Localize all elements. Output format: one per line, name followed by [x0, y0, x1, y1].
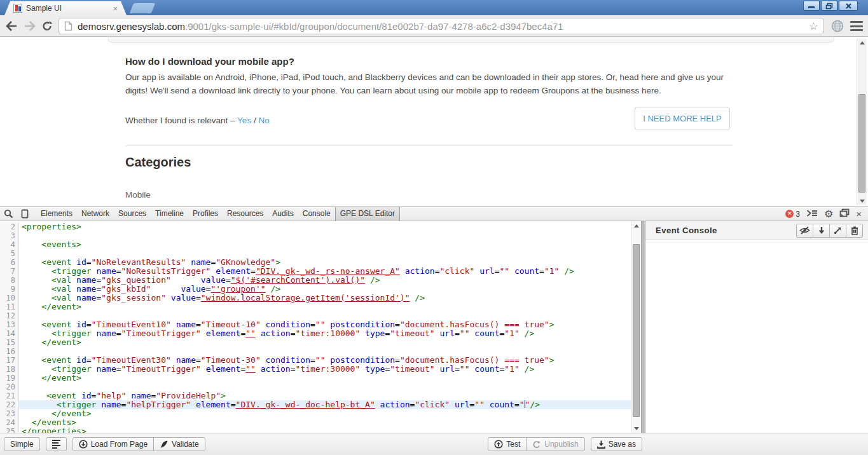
validate-button[interactable]: Validate	[153, 437, 205, 451]
line-number: 21	[0, 391, 19, 400]
outline-button[interactable]	[46, 437, 67, 451]
code-line-24[interactable]: 24 </events>	[0, 418, 631, 427]
code-line-9[interactable]: 9 <val name="gks_kbId" value="'groupon'"…	[0, 285, 631, 294]
relevance-prompt: Whether I found is relevant –	[125, 116, 237, 125]
code-line-10[interactable]: 10 <val name="gks_session" value="window…	[0, 294, 631, 302]
devtools-tab-console[interactable]: Console	[298, 207, 335, 221]
simple-button[interactable]: Simple	[4, 437, 40, 451]
validate-label: Validate	[172, 440, 198, 449]
minimize-icon	[808, 3, 815, 9]
yes-link[interactable]: Yes	[237, 116, 251, 125]
forward-button[interactable]	[22, 19, 37, 33]
devtools-tab-audits[interactable]: Audits	[268, 207, 298, 221]
page-icon	[64, 21, 72, 31]
forward-icon	[24, 21, 36, 31]
question-title: How do I download your mobile app?	[125, 56, 294, 67]
page-scrollbar-thumb[interactable]	[858, 94, 865, 193]
globe-icon[interactable]	[831, 20, 844, 35]
code-line-2[interactable]: 2<properties>	[0, 222, 631, 231]
code-line-12[interactable]: 12	[0, 311, 631, 320]
category-mobile[interactable]: Mobile	[125, 190, 151, 200]
back-button[interactable]	[4, 19, 19, 33]
editor-scrollbar[interactable]	[631, 221, 641, 433]
event-picker-button[interactable]	[829, 224, 846, 238]
save-as-button[interactable]: Save as	[591, 437, 642, 451]
reload-button[interactable]	[39, 19, 55, 33]
code-line-content: </events>	[19, 418, 631, 427]
dock-side-button[interactable]	[839, 208, 850, 220]
code-line-7[interactable]: 7 <trigger name="NoResultsTrigger" eleme…	[0, 267, 631, 276]
code-line-3[interactable]: 3	[0, 231, 631, 240]
code-line-8[interactable]: 8 <val name="gks_question" value="$('#se…	[0, 276, 631, 285]
error-badge[interactable]: ✕ 3	[785, 210, 800, 219]
browser-tab[interactable]: Sample UI ×	[4, 1, 127, 15]
devtools-tab-network[interactable]: Network	[77, 207, 114, 221]
no-link[interactable]: No	[258, 116, 269, 125]
maximize-button[interactable]	[821, 1, 837, 11]
line-number: 7	[0, 267, 19, 276]
devtools-tab-timeline[interactable]: Timeline	[151, 207, 188, 221]
code-line-content: <events>	[19, 240, 631, 249]
need-more-help-button[interactable]: I NEED MORE HELP	[635, 107, 730, 130]
devtools-panel: ElementsNetworkSourcesTimelineProfilesRe…	[0, 207, 868, 455]
editor-scroll-down-button[interactable]	[631, 424, 641, 433]
devtools-tab-elements[interactable]: Elements	[36, 207, 77, 221]
tab-close-icon[interactable]: ×	[113, 4, 118, 13]
load-from-page-button[interactable]: Load From Page	[72, 437, 154, 451]
menu-button[interactable]	[850, 21, 863, 31]
load-icon	[79, 440, 88, 449]
code-line-content	[19, 311, 631, 320]
code-line-16[interactable]: 16	[0, 347, 631, 356]
code-line-20[interactable]: 20	[0, 383, 631, 391]
editor-scroll-up-button[interactable]	[631, 221, 641, 230]
devtools-tab-sources[interactable]: Sources	[114, 207, 151, 221]
code-line-25[interactable]: 25</properties>	[0, 427, 631, 433]
close-button[interactable]	[839, 1, 858, 11]
code-line-17[interactable]: 17 <event id="TimeoutEvent30" name="Time…	[0, 356, 631, 365]
devtools-tab-resources[interactable]: Resources	[223, 207, 268, 221]
save-icon	[597, 440, 605, 449]
code-line-4[interactable]: 4 <events>	[0, 240, 631, 249]
page-scrollbar[interactable]	[857, 38, 867, 205]
code-line-21[interactable]: 21 <event id="help" name="ProvideHelp">	[0, 391, 631, 400]
code-line-6[interactable]: 6 <event id="NoRelevantResults" name="GK…	[0, 258, 631, 267]
test-button[interactable]: Test	[488, 437, 527, 451]
address-bar[interactable]: demosrv.genesyslab.com:9001/gks-sample-u…	[59, 18, 824, 34]
code-line-13[interactable]: 13 <event id="TimeoutEvent10" name="Time…	[0, 320, 631, 329]
scroll-down-button[interactable]	[857, 196, 867, 205]
scroll-up-button[interactable]	[857, 38, 867, 47]
code-editor[interactable]: 2<properties>34 <events>56 <event id="No…	[0, 221, 641, 433]
settings-gear-icon[interactable]: ⚙	[824, 209, 833, 219]
test-icon	[494, 440, 503, 449]
console-drawer-button[interactable]	[806, 208, 818, 220]
code-line-5[interactable]: 5	[0, 249, 631, 258]
code-line-15[interactable]: 15 </event>	[0, 338, 631, 347]
console-drawer-icon	[806, 209, 818, 217]
unpublish-icon	[532, 440, 541, 449]
code-line-23[interactable]: 23 </event>	[0, 409, 631, 418]
device-mode-button[interactable]	[17, 209, 32, 219]
panel-splitter[interactable]	[641, 221, 645, 433]
bookmark-star-icon[interactable]: ☆	[809, 21, 818, 32]
code-line-22[interactable]: 22 <trigger name="helpTrigger" element="…	[0, 400, 631, 409]
minimize-button[interactable]	[803, 1, 820, 11]
code-line-11[interactable]: 11 </event>	[0, 302, 631, 311]
code-line-19[interactable]: 19 </event>	[0, 374, 631, 383]
devtools-tab-gpe-dsl-editor[interactable]: GPE DSL Editor	[335, 207, 400, 221]
restore-icon	[825, 3, 833, 10]
code-line-18[interactable]: 18 <trigger name="TimeoutTrigger" elemen…	[0, 365, 631, 374]
code-line-content: <event id="TimeoutEvent30" name="Timeout…	[19, 356, 631, 365]
new-tab-button[interactable]	[130, 3, 155, 13]
inspect-element-button[interactable]	[0, 209, 17, 219]
devtools-close-icon[interactable]: ×	[856, 209, 862, 219]
editor-scrollbar-thumb[interactable]	[633, 244, 640, 417]
scroll-to-bottom-button[interactable]	[813, 224, 830, 238]
error-count: 3	[796, 210, 800, 219]
code-line-content: </event>	[19, 302, 631, 311]
line-number: 25	[0, 427, 19, 433]
hide-events-button[interactable]	[796, 224, 813, 238]
clear-events-button[interactable]	[846, 224, 863, 238]
code-line-14[interactable]: 14 <trigger name="TimeoutTrigger" elemen…	[0, 329, 631, 338]
unpublish-button[interactable]: Unpublish	[526, 437, 584, 451]
devtools-tab-profiles[interactable]: Profiles	[188, 207, 223, 221]
